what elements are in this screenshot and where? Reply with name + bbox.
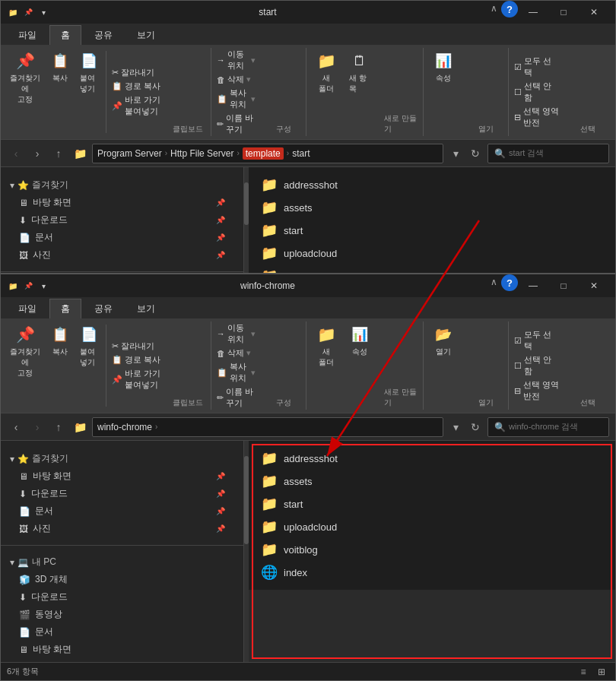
title-bar-icons: 📁 📌 ▾ <box>7 6 49 18</box>
pin-btn-2[interactable]: 📌 즐겨찾기에고정 <box>5 321 45 410</box>
file-item-assets-2[interactable]: 📁 assets <box>255 470 609 493</box>
copy-path-btn-2[interactable]: 📋 경로 복사 <box>110 353 163 366</box>
new-folder-btn[interactable]: 📁 새폴더 <box>310 48 343 136</box>
tab-home[interactable]: 홈 <box>49 25 81 45</box>
sidebar-header-pc-2[interactable]: ▾ 💻 내 PC <box>1 553 243 571</box>
paste-btn[interactable]: 📄 붙여넣기 <box>75 48 103 136</box>
copy-btn[interactable]: 📋 복사 <box>46 48 74 136</box>
maximize-button[interactable]: □ <box>548 1 579 24</box>
file-item-assets[interactable]: 📁 assets <box>255 196 609 219</box>
cut-btn-2[interactable]: ✂ 잘라내기 <box>110 340 163 353</box>
sidebar-header-favorites[interactable]: ▾ ⭐ 즐겨찾기 <box>1 176 243 194</box>
file-item-voitblog-2[interactable]: 📁 voitblog <box>255 538 609 561</box>
search-box-1[interactable]: 🔍 start 검색 <box>487 144 609 163</box>
help-button[interactable]: ? <box>501 1 518 17</box>
sidebar-item-pictures-2[interactable]: 🖼 사진 📌 <box>1 520 243 537</box>
copy-path-btn[interactable]: 📋 경로 복사 <box>110 80 163 93</box>
file-item-voitblog[interactable]: 📁 voitblog <box>255 264 609 273</box>
file-item-addressshot-2[interactable]: 📁 addressshot <box>255 447 609 470</box>
maximize-button-2[interactable]: □ <box>548 274 579 297</box>
minimize-button-2[interactable]: — <box>518 274 548 297</box>
properties-btn-2-open[interactable]: 📊 속성 <box>345 321 375 410</box>
move-to-btn-2[interactable]: → 이동 위치 ▾ <box>214 321 259 346</box>
tab-share-2[interactable]: 공유 <box>83 299 124 318</box>
sidebar-item-downloads-pc[interactable]: ⬇ 다운로드 <box>1 588 243 606</box>
delete-btn-2[interactable]: 🗑 삭제 ▾ <box>214 347 259 360</box>
paste-btn-2[interactable]: 📄 붙여넣기 <box>75 321 103 410</box>
select-none-btn-2[interactable]: ☐ 선택 안 함 <box>512 353 562 378</box>
new-folder-btn-2[interactable]: 📁 새폴더 <box>310 321 343 410</box>
minimize-button[interactable]: — <box>518 1 548 24</box>
back-btn[interactable]: ‹ <box>7 144 25 163</box>
sidebar-item-3d[interactable]: 🧊 3D 개체 <box>1 571 243 588</box>
ribbon-collapse-btn-2[interactable]: ∧ <box>486 274 501 290</box>
select-none-btn[interactable]: ☐ 선택 안 함 <box>512 80 562 104</box>
ribbon-collapse-btn[interactable]: ∧ <box>486 1 501 16</box>
sidebar-item-videos[interactable]: 🎬 동영상 <box>1 606 243 623</box>
copy-to-btn-2[interactable]: 📋 복사 위치 ▾ <box>214 360 259 385</box>
tab-view-2[interactable]: 보기 <box>125 299 167 318</box>
forward-btn[interactable]: › <box>28 144 46 163</box>
help-button-2[interactable]: ? <box>501 274 518 291</box>
rename-btn-2[interactable]: ✏ 이름 바꾸기 <box>214 385 259 410</box>
select-all-btn[interactable]: ☑ 모두 선택 <box>512 55 562 79</box>
folder-icon: 📁 <box>261 268 278 273</box>
tab-file[interactable]: 파일 <box>7 25 48 45</box>
pin-btn[interactable]: 📌 즐겨찾기에고정 <box>5 48 45 136</box>
copy-btn-2[interactable]: 📋 복사 <box>46 321 74 410</box>
open-btn-2[interactable]: 📂 열기 <box>427 321 460 410</box>
select-all-btn-2[interactable]: ☑ 모두 선택 <box>512 328 562 353</box>
delete-btn[interactable]: 🗑 삭제 ▾ <box>214 73 259 86</box>
close-button-2[interactable]: ✕ <box>579 274 609 297</box>
shortcut-paste-btn-2[interactable]: 📌 바로 가기 붙여넣기 <box>110 367 163 391</box>
close-button[interactable]: ✕ <box>579 1 609 24</box>
grid-view-btn[interactable]: ⊞ <box>594 664 609 679</box>
pin-icon-small-2: 📌 <box>22 280 34 292</box>
file-item-start-2[interactable]: 📁 start <box>255 493 609 515</box>
bc-item-2[interactable]: Http File Server <box>170 148 233 159</box>
sidebar-item-downloads-2[interactable]: ⬇ 다운로드 📌 <box>1 485 243 502</box>
bc-item-start[interactable]: start <box>292 148 310 159</box>
copy-to-btn[interactable]: 📋 복사 위치 ▾ <box>214 87 259 111</box>
shortcut-paste-btn[interactable]: 📌 바로 가기 붙여넣기 <box>110 93 163 118</box>
sidebar-item-downloads[interactable]: ⬇ 다운로드 📌 <box>1 211 243 229</box>
dropdown-btn-2[interactable]: ▾ <box>446 418 465 436</box>
search-box-2[interactable]: 🔍 winfo-chrome 검색 <box>487 417 609 437</box>
new-item-btn[interactable]: 🗒 새 항목 <box>345 48 375 136</box>
sidebar-item-pictures[interactable]: 🖼 사진 📌 <box>1 246 243 264</box>
refresh-btn-2[interactable]: ↻ <box>466 418 484 436</box>
sidebar-item-documents[interactable]: 📄 문서 📌 <box>1 229 243 246</box>
sidebar-item-desktop-2[interactable]: 🖥 바탕 화면 📌 <box>1 467 243 485</box>
invert-select-btn[interactable]: ⊟ 선택 영역 반전 <box>512 105 562 129</box>
file-item-uploadcloud[interactable]: 📁 uploadcloud <box>255 242 609 264</box>
bc-item-1[interactable]: Program Server <box>97 148 162 159</box>
list-view-btn[interactable]: ≡ <box>576 664 591 679</box>
up-btn[interactable]: ↑ <box>49 144 68 163</box>
properties-btn[interactable]: 📊 속성 <box>427 48 460 136</box>
file-item-index-2[interactable]: 🌐 index <box>255 561 609 584</box>
back-btn-2[interactable]: ‹ <box>7 418 25 436</box>
up-btn-2[interactable]: ↑ <box>49 418 68 436</box>
cut-btn[interactable]: ✂ 잘라내기 <box>110 66 163 79</box>
tab-view[interactable]: 보기 <box>125 25 167 45</box>
forward-btn-2[interactable]: › <box>28 418 46 436</box>
tab-file-2[interactable]: 파일 <box>7 299 48 318</box>
sidebar-item-docs-pc[interactable]: 📄 문서 <box>1 623 243 641</box>
tab-share[interactable]: 공유 <box>83 25 124 45</box>
sidebar-item-desktop-pc[interactable]: 🖥 바탕 화면 <box>1 641 243 658</box>
file-item-uploadcloud-2[interactable]: 📁 uploadcloud <box>255 515 609 538</box>
bc-item-template[interactable]: template <box>243 147 284 160</box>
file-item-start[interactable]: 📁 start <box>255 219 609 242</box>
file-item-addressshot[interactable]: 📁 addressshot <box>255 173 609 196</box>
sidebar-item-desktop[interactable]: 🖥 바탕 화면 📌 <box>1 194 243 211</box>
invert-select-btn-2[interactable]: ⊟ 선택 영역 반전 <box>512 379 562 403</box>
move-to-btn[interactable]: → 이동 위치 ▾ <box>214 48 259 72</box>
tab-home-2[interactable]: 홈 <box>49 299 81 318</box>
sidebar-header-favorites-2[interactable]: ▾ ⭐ 즐겨찾기 <box>1 450 243 467</box>
rename-btn[interactable]: ✏ 이름 바꾸기 <box>214 112 259 136</box>
sidebar-item-documents-2[interactable]: 📄 문서 📌 <box>1 502 243 520</box>
bc-item-winfo[interactable]: winfo-chrome <box>97 422 152 432</box>
star-icon: ⭐ <box>17 180 29 191</box>
dropdown-btn[interactable]: ▾ <box>446 144 465 163</box>
refresh-btn[interactable]: ↻ <box>466 144 484 163</box>
